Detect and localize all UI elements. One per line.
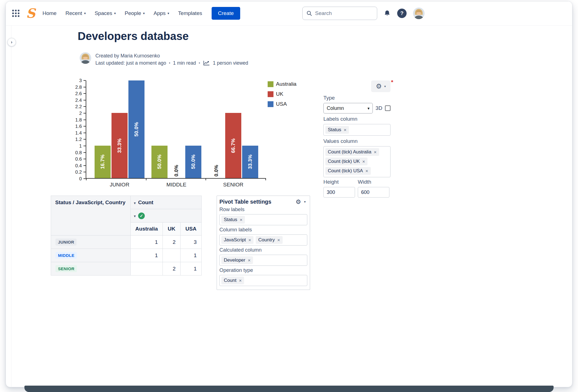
tag-count-usa[interactable]: Count (tick) USA ×: [325, 167, 371, 175]
tag-label: Count (tick) USA: [328, 168, 363, 174]
y-tick-mark: [83, 178, 86, 179]
topbar-left: S Home Recent ▾ Spaces ▾ People ▾: [12, 1, 240, 25]
bar-group-junior: 16.7%33.3%50.0%JUNIOR: [95, 80, 144, 178]
tag-count-uk[interactable]: Count (tick) UK ×: [325, 158, 367, 165]
pivot-settings-title: Pivot Table settings: [219, 199, 271, 205]
pivot-cell: 1: [131, 249, 163, 262]
sidebar-expand-button[interactable]: ›: [7, 38, 16, 46]
tag-label: JavaScript: [224, 237, 246, 243]
nav-item-recent[interactable]: Recent ▾: [65, 10, 86, 16]
nav-label: Templates: [178, 10, 202, 16]
collapse-chevron-icon[interactable]: ▾: [134, 201, 136, 205]
chart-settings-gear-button[interactable]: ⚙ ▾ *: [371, 80, 391, 92]
remove-icon[interactable]: ×: [366, 169, 368, 173]
height-input[interactable]: [323, 187, 355, 198]
y-tick-mark: [83, 152, 86, 153]
help-button[interactable]: ?: [397, 9, 407, 18]
remove-icon[interactable]: ×: [362, 159, 365, 164]
labels-column-field[interactable]: Status ×: [323, 124, 391, 136]
tag-status[interactable]: Status ×: [221, 216, 245, 224]
chart-type-select[interactable]: Column ▾: [323, 103, 373, 113]
x-category-label: JUNIOR: [95, 182, 144, 188]
app-switcher-icon[interactable]: [12, 10, 19, 17]
nav-item-people[interactable]: People ▾: [125, 10, 145, 16]
calculated-column-label: Calculated column: [219, 247, 307, 253]
nav-label: Home: [42, 10, 57, 16]
required-marker: *: [391, 79, 393, 85]
search-box[interactable]: [302, 7, 377, 20]
tag-count-australia[interactable]: Count (tick) Australia ×: [325, 148, 379, 156]
y-tick-mark: [83, 120, 86, 120]
remove-icon[interactable]: ×: [248, 238, 251, 242]
remove-icon[interactable]: ×: [239, 278, 242, 283]
bar-slot: 50.0%: [128, 80, 144, 178]
bullet-separator: •: [199, 59, 200, 67]
pivot-cell: 2: [163, 236, 181, 249]
tag-label: Count: [224, 278, 236, 283]
bar-value-label: 33.3%: [247, 155, 253, 169]
y-tick-label: 0.4: [75, 163, 82, 168]
tag-country[interactable]: Country ×: [256, 236, 282, 244]
user-avatar[interactable]: [413, 7, 425, 19]
column-labels-field[interactable]: JavaScript × Country ×: [219, 234, 307, 246]
bar-slot: 16.7%: [95, 80, 111, 178]
x-category-label: MIDDLE: [151, 182, 201, 188]
tag-label: Count (tick) UK: [328, 159, 360, 164]
y-tick-mark: [83, 139, 86, 140]
remove-icon[interactable]: ×: [240, 218, 242, 222]
y-tick-label: 2.4: [75, 98, 82, 102]
table-row: SENIOR 2 1: [51, 262, 202, 275]
y-tick-label: 2: [79, 111, 82, 116]
pivot-cell: 2: [163, 262, 181, 275]
y-tick-mark: [83, 100, 86, 100]
remove-icon[interactable]: ×: [374, 150, 377, 155]
nav-item-apps[interactable]: Apps ▾: [154, 10, 169, 16]
height-width-inputs: [323, 187, 391, 198]
calculated-column-field[interactable]: Developer ×: [219, 255, 307, 266]
y-tick-label: 1.2: [75, 137, 82, 142]
remove-icon[interactable]: ×: [248, 258, 251, 263]
values-column-field[interactable]: Count (tick) Australia × Count (tick) UK…: [323, 146, 391, 177]
views-count: 1 person viewed: [213, 59, 248, 67]
window-bottom-edge: [24, 386, 554, 392]
app-window: S Home Recent ▾ Spaces ▾ People ▾: [6, 1, 572, 387]
chart-settings-panel: ⚙ ▾ * Type Column ▾ 3D Labels column Sta…: [323, 80, 391, 198]
height-label: Height: [323, 179, 355, 185]
tag-developer[interactable]: Developer ×: [221, 256, 253, 264]
row-labels-label: Row labels: [219, 206, 307, 213]
tag-count[interactable]: Count ×: [221, 277, 244, 284]
check-circle-icon: ✓: [138, 213, 145, 219]
nav-item-templates[interactable]: Templates: [178, 10, 202, 16]
tag-javascript[interactable]: JavaScript ×: [221, 236, 253, 244]
legend-label: Australia: [276, 81, 296, 87]
bar-slot: 66.7%: [225, 80, 241, 178]
x-tick-mark: [86, 178, 87, 180]
product-logo[interactable]: S: [26, 7, 35, 20]
nav-item-home[interactable]: Home: [42, 10, 57, 16]
pivot-settings-gear-button[interactable]: ⚙ ▾: [296, 199, 307, 205]
bar-value-label: 33.3%: [117, 138, 123, 153]
remove-icon[interactable]: ×: [344, 128, 346, 132]
pivot-cell: [131, 262, 163, 275]
collapse-chevron-icon[interactable]: ▾: [134, 214, 136, 218]
pivot-row-label: JUNIOR: [51, 236, 131, 249]
author-avatar[interactable]: [80, 52, 91, 64]
nav-item-spaces[interactable]: Spaces ▾: [95, 10, 116, 16]
remove-icon[interactable]: ×: [277, 238, 280, 242]
tag-status[interactable]: Status ×: [325, 126, 349, 134]
row-labels-field[interactable]: Status ×: [219, 214, 307, 225]
threed-checkbox[interactable]: [385, 105, 391, 111]
chevron-down-icon: ▾: [114, 11, 116, 15]
bar-group-middle: 50.0%0.0%50.0%MIDDLE: [151, 80, 201, 178]
notifications-bell-icon[interactable]: [384, 10, 391, 17]
y-tick-label: 2.2: [75, 104, 82, 109]
nav-label: Apps: [154, 10, 166, 16]
width-input[interactable]: [358, 187, 389, 198]
y-tick-label: 2.8: [75, 85, 82, 89]
legend-item-uk: UK: [268, 91, 296, 97]
primary-nav: Home Recent ▾ Spaces ▾ People ▾ Apps ▾: [42, 10, 202, 16]
search-input[interactable]: [315, 10, 373, 16]
chart-type-value: Column: [327, 105, 344, 111]
create-button[interactable]: Create: [212, 7, 240, 20]
operation-type-field[interactable]: Count ×: [219, 275, 307, 286]
